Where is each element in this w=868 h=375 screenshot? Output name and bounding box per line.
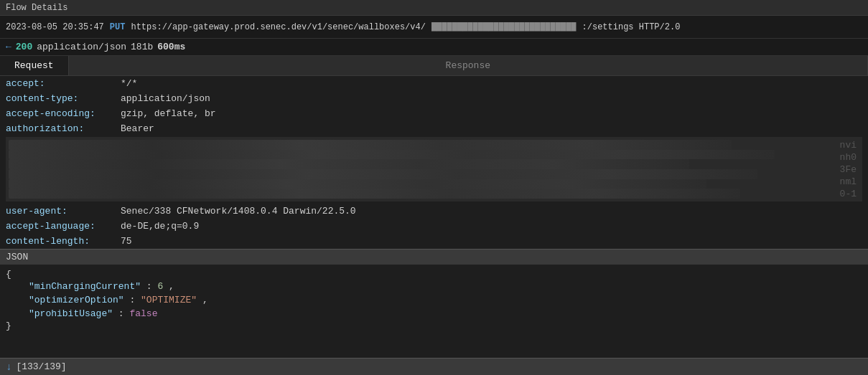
tab-response[interactable]: Response <box>69 56 868 75</box>
header-accept: accept: */* <box>0 76 868 91</box>
json-value-prohibit: false <box>129 308 157 319</box>
json-label: JSON <box>6 252 28 262</box>
header-content-type-name: content-type: <box>6 93 121 104</box>
tabs-row: Request Response <box>0 56 868 76</box>
header-accept-encoding-value: gzip, deflate, br <box>121 108 216 119</box>
url-suffix: :/settings HTTP/2.0 <box>582 22 681 32</box>
header-content-type-value: application/json <box>121 93 210 104</box>
footer-arrow: ↓ <box>6 361 11 373</box>
token-chars: nvi nh0 3Fe nml 0-1 JFW <box>840 140 857 201</box>
main-container: Flow Details 2023-08-05 20:35:47 PUT htt… <box>0 0 868 375</box>
header-user-agent-name: user-agent: <box>6 206 121 217</box>
header-user-agent-value: Senec/338 CFNetwork/1408.0.4 Darwin/22.5… <box>121 206 356 217</box>
json-row-prohibit: "prohibitUsage" : false <box>6 307 862 321</box>
title-bar: Flow Details <box>0 0 868 16</box>
headers-section: accept: */* content-type: application/js… <box>0 76 868 249</box>
json-content: { "minChargingCurrent" : 6 , "optimizerO… <box>0 265 868 336</box>
json-key-optimizer: "optimizerOption" <box>29 295 124 305</box>
status-code: 200 <box>16 42 32 52</box>
visible-content: Flow Details 2023-08-05 20:35:47 PUT htt… <box>0 0 868 358</box>
direction-arrow: ← <box>6 42 11 52</box>
response-duration: 600ms <box>157 42 185 52</box>
title-label: Flow Details <box>6 3 67 13</box>
header-content-length: content-length: 75 <box>0 234 868 249</box>
json-close-brace: } <box>6 321 862 331</box>
http-method: PUT <box>110 22 126 32</box>
json-open-brace: { <box>6 269 862 280</box>
header-content-type: content-type: application/json <box>0 91 868 106</box>
json-key-prohibit: "prohibitUsage" <box>29 308 113 319</box>
status-line: ← 200 application/json 181b 600ms <box>0 39 868 56</box>
json-row-optimizer: "optimizerOption" : "OPTIMIZE" , <box>6 293 862 307</box>
tab-request[interactable]: Request <box>0 56 69 75</box>
request-url: https://app-gateway.prod.senec.dev/v1/se… <box>131 22 425 32</box>
header-accept-value: */* <box>121 78 137 89</box>
header-accept-encoding: accept-encoding: gzip, deflate, br <box>0 106 868 121</box>
header-accept-language: accept-language: de-DE,de;q=0.9 <box>0 219 868 234</box>
header-accept-language-value: de-DE,de;q=0.9 <box>121 221 199 232</box>
request-line: 2023-08-05 20:35:47 PUT https://app-gate… <box>0 16 868 39</box>
redacted-url: ████████████████████████████ <box>431 22 577 32</box>
status-footer: ↓ [133/139] <box>0 358 868 375</box>
json-value-optimizer: "OPTIMIZE" <box>141 295 197 305</box>
header-accept-name: accept: <box>6 78 121 89</box>
response-size: 181b <box>131 42 153 52</box>
header-user-agent: user-agent: Senec/338 CFNetwork/1408.0.4… <box>0 204 868 219</box>
footer-counter: [133/139] <box>16 361 66 372</box>
blurred-token: nvi nh0 3Fe nml 0-1 JFW <box>6 137 862 201</box>
header-authorization-name: authorization: <box>6 123 121 134</box>
timestamp: 2023-08-05 20:35:47 <box>6 22 104 32</box>
header-accept-language-name: accept-language: <box>6 221 121 232</box>
header-content-length-value: 75 <box>121 236 132 247</box>
json-row-min-charging: "minChargingCurrent" : 6 , <box>6 280 862 293</box>
json-section-header: JSON <box>0 249 868 265</box>
header-authorization: authorization: Bearer nvi nh0 3Fe nml <box>0 121 868 204</box>
header-authorization-bearer: Bearer <box>121 123 154 134</box>
json-key-min-charging: "minChargingCurrent" <box>29 281 141 292</box>
json-value-min-charging: 6 <box>157 281 163 292</box>
header-content-length-name: content-length: <box>6 236 121 247</box>
header-accept-encoding-name: accept-encoding: <box>6 108 121 119</box>
response-content-type: application/json <box>37 42 126 52</box>
